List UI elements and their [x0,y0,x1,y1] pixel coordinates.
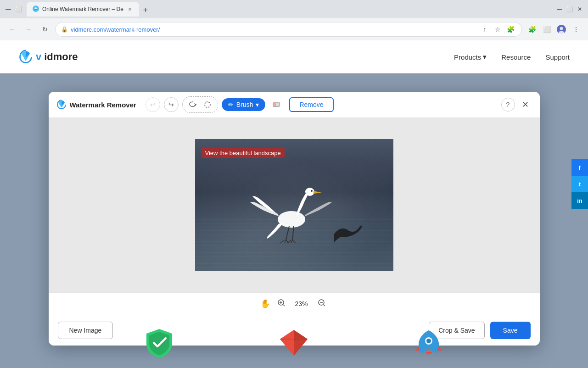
svg-point-9 [305,188,314,196]
redo-icon: ↪ [168,101,174,108]
zoom-out-button[interactable] [315,297,328,310]
bottom-icons-area [0,322,588,363]
app-logo-area: Watermark Remover [56,99,136,110]
svg-point-8 [278,211,305,228]
maximize-icon[interactable]: ⬜ [14,5,23,14]
logo-text: idmore [44,51,78,63]
social-sidebar: f t in [571,159,588,209]
canvas-area[interactable]: View the beautiful landscape [49,118,540,292]
logo-v: v [36,51,41,63]
minimize-icon[interactable]: — [4,5,13,14]
eraser-icon [271,99,281,111]
hand-tool-icon[interactable]: ✋ [260,299,270,309]
svg-point-10 [311,190,313,192]
app-logo-icon [56,99,67,110]
products-arrow-icon: ▾ [483,53,487,61]
zoom-in-button[interactable] [275,297,288,310]
tab-title: Online Watermark Remover – De [42,6,123,12]
active-tab[interactable]: Online Watermark Remover – De ✕ [27,2,139,17]
facebook-icon: f [579,164,581,171]
svg-marker-23 [294,339,308,356]
linkedin-icon: in [577,197,582,204]
win-close-icon[interactable]: ✕ [575,5,584,14]
win-minimize-icon[interactable]: — [555,5,564,14]
bookmark-icon[interactable]: ☆ [492,24,503,35]
image-container: View the beautiful landscape [195,139,393,271]
zoom-bar: ✋ 23% [49,292,540,315]
svg-rect-6 [273,102,276,106]
lock-icon: 🔒 [61,26,68,33]
zoom-out-icon [318,299,326,309]
brush-tool-button[interactable]: ✏ Brush ▾ [222,98,266,111]
selection-tool-group [182,96,218,113]
svg-line-11 [286,226,289,240]
twitter-icon: t [579,181,581,188]
svg-point-2 [560,27,563,30]
logo-icon [18,50,33,64]
browser-window-controls: — ⬜ [4,5,23,14]
site-logo[interactable]: vidmore [18,50,78,64]
site-nav: Products ▾ Resource Support [454,53,570,61]
svg-marker-22 [280,339,294,356]
split-screen-icon[interactable]: ⬜ [540,23,553,36]
close-icon: ✕ [522,100,529,110]
lasso-icon [189,100,197,109]
app-window: Watermark Remover ↩ ↪ ✏ Brush [49,92,540,346]
nav-support[interactable]: Support [545,53,570,61]
redo-button[interactable]: ↪ [164,97,179,112]
nav-products[interactable]: Products ▾ [454,53,487,61]
nav-forward-button[interactable]: → [22,23,35,36]
bird-image [241,155,342,256]
tab-bar: Online Watermark Remover – De ✕ + [27,2,553,17]
nav-back-button[interactable]: ← [6,23,18,36]
site-header: vidmore Products ▾ Resource Support [0,40,588,73]
zoom-level-display: 23% [292,300,311,307]
profile-avatar[interactable] [555,23,568,36]
twitter-share-button[interactable]: t [571,176,588,192]
app-title: Watermark Remover [70,101,136,109]
svg-point-26 [426,339,431,343]
remove-label: Remove [299,101,323,108]
polygon-icon [203,100,212,109]
svg-line-19 [324,305,325,306]
linkedin-share-button[interactable]: in [571,192,588,209]
zoom-in-icon [277,299,286,309]
address-bar[interactable]: 🔒 vidmore.com/watermark-remover/ ↑ ☆ 🧩 [55,22,522,37]
extensions-icon[interactable]: 🧩 [505,24,516,35]
omnibox-actions: ↑ ☆ 🧩 [479,24,516,35]
profile-extensions-icon[interactable]: 🧩 [526,23,538,36]
facebook-share-button[interactable]: f [571,159,588,176]
shield-icon [143,327,175,359]
browser-title-bar: — ⬜ Online Watermark Remover – De ✕ + — … [0,0,588,18]
nav-resource[interactable]: Resource [501,53,531,61]
tab-close-button[interactable]: ✕ [126,6,134,13]
help-icon: ? [506,101,510,108]
rocket-icon [413,327,445,359]
chrome-menu-icon[interactable]: ⋮ [570,23,582,36]
nav-refresh-button[interactable]: ↻ [39,23,51,36]
remove-button[interactable]: Remove [289,97,333,112]
polygon-tool-button[interactable] [201,98,214,111]
svg-line-16 [283,305,285,306]
browser-toolbar-right: 🧩 ⬜ ⋮ [526,23,582,36]
zoom-control: ✋ 23% [260,297,328,310]
undo-button[interactable]: ↩ [146,97,160,112]
brush-arrow-icon: ▾ [256,101,259,108]
win-restore-icon[interactable]: ⬜ [565,5,574,14]
tab-favicon-icon [32,5,39,14]
share-icon[interactable]: ↑ [479,24,490,35]
help-button[interactable]: ? [501,98,515,112]
app-toolbar: Watermark Remover ↩ ↪ ✏ Brush [49,92,540,118]
window-close-button[interactable]: ✕ [519,98,532,112]
brush-stroke [329,216,366,248]
new-tab-button[interactable]: + [139,4,152,17]
brush-icon: ✏ [228,101,234,108]
eraser-button[interactable] [269,97,284,112]
brush-label: Brush [236,101,253,108]
browser-chrome: — ⬜ Online Watermark Remover – De ✕ + — … [0,0,588,40]
undo-icon: ↩ [150,101,156,108]
lasso-tool-button[interactable] [186,98,199,111]
url-display: vidmore.com/watermark-remover/ [71,26,160,33]
main-image: View the beautiful landscape [195,139,393,271]
diamond-icon [278,327,310,359]
